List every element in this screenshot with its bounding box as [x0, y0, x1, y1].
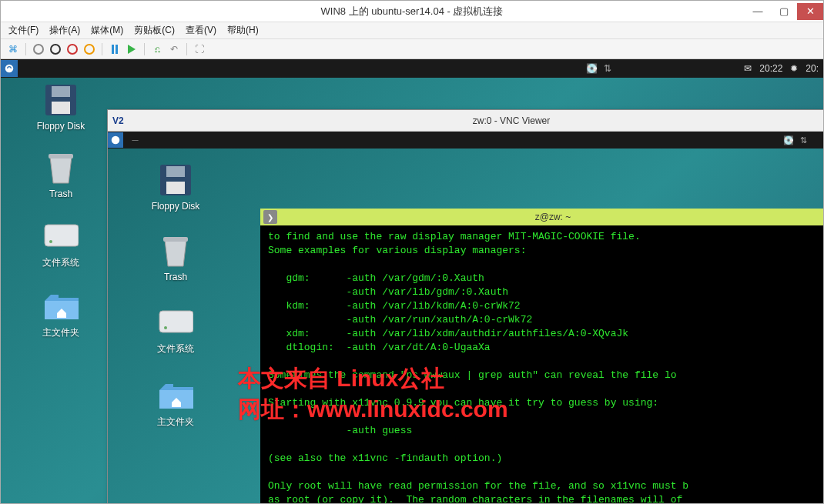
inner-xubuntu-desktop: ⸺ 💽 ⇅ ✉ 2 Floppy Disk [108, 132, 823, 503]
gear-icon[interactable]: ✹ [790, 63, 798, 74]
svg-rect-3 [52, 102, 70, 114]
outer-filesystem-icon[interactable]: 文件系统 [24, 218, 98, 269]
svg-rect-11 [166, 182, 185, 194]
svg-point-6 [49, 240, 52, 243]
outer-xubuntu-panel: 💽 ⇅ ✉ 20:22 ✹ 20: [1, 59, 823, 78]
inner-filesystem-icon[interactable]: 文件系统 [139, 304, 213, 355]
inner-xubuntu-panel: ⸺ 💽 ⇅ ✉ 2 [108, 132, 823, 149]
menu-media[interactable]: 媒体(M) [91, 24, 123, 37]
outer-trash-icon[interactable]: Trash [24, 150, 98, 199]
reset-icon[interactable] [83, 43, 95, 55]
svg-rect-4 [49, 154, 73, 159]
win8-close-button[interactable]: ✕ [797, 3, 823, 20]
svg-rect-13 [159, 311, 193, 332]
play-icon[interactable] [126, 43, 138, 55]
svg-rect-10 [166, 166, 185, 177]
icon-label: Floppy Disk [152, 201, 200, 212]
fullscreen-icon[interactable]: ⛶ [193, 43, 206, 55]
vnc-viewer-window: V2 zw:0 - VNC Viewer ⸺ 💽 ⇅ [107, 109, 823, 503]
menu-clipboard[interactable]: 剪贴板(C) [134, 24, 175, 37]
terminal-title: z@zw: ~ [535, 212, 571, 222]
pause-icon[interactable] [109, 43, 121, 55]
indicator-disk-icon[interactable]: 💽 [586, 63, 598, 74]
terminal-app-icon: ❯ [263, 210, 277, 224]
clock-time-2: 20: [806, 63, 819, 74]
win8-toolbar: ⌘ ⎌ ↶ ⛶ [1, 39, 823, 59]
win8-min-button[interactable]: — [745, 3, 771, 20]
menu-action[interactable]: 操作(A) [49, 24, 80, 37]
icon-label: Trash [164, 272, 187, 282]
terminal-titlebar[interactable]: ❯ z@zw: ~ [260, 209, 823, 225]
ctrl-alt-del-icon[interactable]: ⌘ [7, 43, 19, 55]
win8-menubar: 文件(F) 操作(A) 媒体(M) 剪贴板(C) 查看(V) 帮助(H) [1, 22, 823, 39]
start-icon[interactable] [32, 43, 45, 55]
win8-title: WIN8 上的 ubuntu-ser14.04 - 虚拟机连接 [321, 5, 504, 18]
clock-time[interactable]: 20:22 [759, 63, 782, 74]
xubuntu-menu-icon[interactable] [1, 60, 18, 77]
shutdown-icon[interactable] [66, 43, 79, 55]
revert-icon[interactable]: ↶ [168, 43, 180, 55]
inner-home-icon[interactable]: 主文件夹 [139, 377, 213, 429]
win8-titlebar: WIN8 上的 ubuntu-ser14.04 - 虚拟机连接 — ▢ ✕ [1, 1, 823, 22]
snapshot-icon[interactable]: ⎌ [151, 43, 163, 55]
terminal-window: ❯ z@zw: ~ to find and use the raw displa… [260, 209, 823, 503]
inner-disk-icon[interactable]: 💽 [783, 135, 794, 145]
terminal-body[interactable]: to find and use the raw display manager … [260, 225, 823, 503]
mail-icon[interactable]: ✉ [744, 63, 752, 74]
svg-point-8 [112, 136, 120, 145]
icon-label: Trash [49, 189, 72, 199]
svg-rect-12 [163, 237, 188, 242]
svg-rect-2 [52, 86, 70, 97]
icon-label: 文件系统 [157, 342, 194, 355]
inner-xubuntu-menu-icon[interactable] [108, 132, 123, 148]
menu-file[interactable]: 文件(F) [8, 24, 39, 37]
icon-label: 文件系统 [42, 256, 79, 269]
inner-floppy-icon[interactable]: Floppy Disk [139, 162, 213, 212]
inner-window-indicator: ⸺ [131, 135, 139, 145]
menu-view[interactable]: 查看(V) [186, 24, 216, 37]
svg-point-14 [164, 326, 167, 329]
indicator-network-icon[interactable]: ⇅ [604, 63, 611, 74]
inner-trash-icon[interactable]: Trash [139, 233, 213, 282]
vnc-logo-icon: V2 [112, 115, 124, 126]
win8-max-button[interactable]: ▢ [771, 3, 797, 20]
menu-help[interactable]: 帮助(H) [227, 24, 259, 37]
icon-label: 主文件夹 [157, 416, 194, 429]
turnoff-icon[interactable] [49, 43, 62, 55]
svg-rect-5 [45, 225, 79, 246]
vnc-titlebar[interactable]: V2 zw:0 - VNC Viewer [108, 110, 823, 132]
vnc-title: zw:0 - VNC Viewer [473, 115, 550, 126]
icon-label: 主文件夹 [42, 326, 79, 339]
outer-home-icon[interactable]: 主文件夹 [24, 288, 98, 339]
icon-label: Floppy Disk [37, 121, 85, 132]
svg-point-0 [5, 65, 14, 73]
outer-xubuntu-desktop: 💽 ⇅ ✉ 20:22 ✹ 20: Floppy Disk Trash [1, 59, 823, 503]
inner-network-icon[interactable]: ⇅ [800, 135, 807, 145]
outer-floppy-icon[interactable]: Floppy Disk [24, 82, 98, 132]
